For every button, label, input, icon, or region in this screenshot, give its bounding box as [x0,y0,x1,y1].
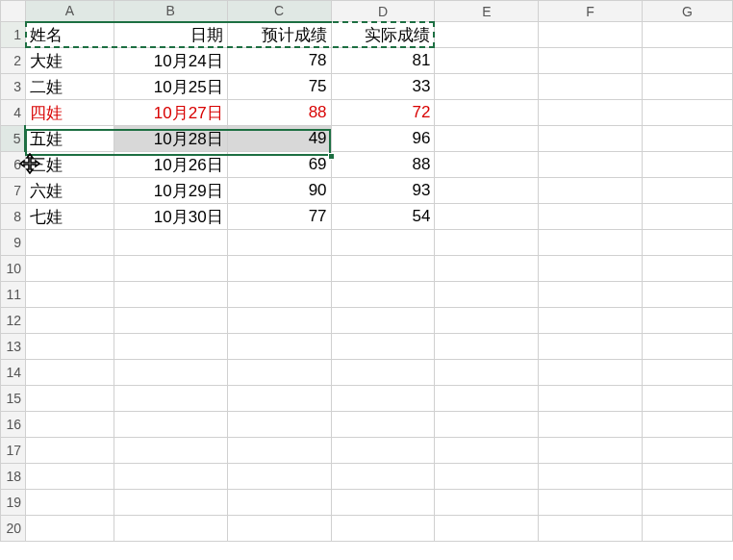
cell-B1[interactable]: 日期 [114,22,227,48]
cell-C2[interactable]: 78 [227,48,331,74]
cell-F14[interactable] [539,360,643,386]
cell-E9[interactable] [435,230,539,256]
cell-E12[interactable] [435,308,539,334]
cell-D9[interactable] [331,230,435,256]
cell-G19[interactable] [643,490,733,516]
cell-F2[interactable] [539,48,643,74]
cell-C15[interactable] [227,386,331,412]
cell-E15[interactable] [435,386,539,412]
cell-F12[interactable] [539,308,643,334]
row-header-16[interactable]: 16 [1,412,26,438]
row-header-12[interactable]: 12 [1,308,26,334]
cell-B17[interactable] [114,438,227,464]
row-header-4[interactable]: 4 [1,100,26,126]
row-header-6[interactable]: 6 [1,152,26,178]
cell-G15[interactable] [643,386,733,412]
cell-G5[interactable] [643,126,733,152]
cell-G18[interactable] [643,464,733,490]
cell-A14[interactable] [25,360,114,386]
cell-G17[interactable] [643,438,733,464]
cell-C19[interactable] [227,490,331,516]
cell-C20[interactable] [227,516,331,542]
cell-C1[interactable]: 预计成绩 [227,22,331,48]
cell-B15[interactable] [114,386,227,412]
cell-E17[interactable] [435,438,539,464]
cell-A18[interactable] [25,464,114,490]
cell-E1[interactable] [435,22,539,48]
cell-C17[interactable] [227,438,331,464]
cell-E20[interactable] [435,516,539,542]
cell-A12[interactable] [25,308,114,334]
cell-B9[interactable] [114,230,227,256]
cell-D6[interactable]: 88 [331,152,435,178]
cell-C10[interactable] [227,256,331,282]
cell-G4[interactable] [643,100,733,126]
cell-C11[interactable] [227,282,331,308]
cell-C3[interactable]: 75 [227,74,331,100]
col-header-E[interactable]: E [435,1,539,22]
cell-A8[interactable]: 七娃 [25,204,114,230]
cell-F17[interactable] [539,438,643,464]
cell-E3[interactable] [435,74,539,100]
row-header-10[interactable]: 10 [1,256,26,282]
cell-F3[interactable] [539,74,643,100]
cell-G8[interactable] [643,204,733,230]
row-header-19[interactable]: 19 [1,490,26,516]
cell-A10[interactable] [25,256,114,282]
row-header-5[interactable]: 5 [1,126,26,152]
cell-D10[interactable] [331,256,435,282]
row-header-7[interactable]: 7 [1,178,26,204]
cell-B13[interactable] [114,334,227,360]
cell-G6[interactable] [643,152,733,178]
cell-D16[interactable] [331,412,435,438]
cell-E5[interactable] [435,126,539,152]
cell-E8[interactable] [435,204,539,230]
cell-A17[interactable] [25,438,114,464]
cell-C18[interactable] [227,464,331,490]
row-header-8[interactable]: 8 [1,204,26,230]
row-header-1[interactable]: 1 [1,22,26,48]
cell-F4[interactable] [539,100,643,126]
cell-D12[interactable] [331,308,435,334]
cell-B14[interactable] [114,360,227,386]
cell-G7[interactable] [643,178,733,204]
col-header-G[interactable]: G [643,1,733,22]
row-header-17[interactable]: 17 [1,438,26,464]
cell-D18[interactable] [331,464,435,490]
cell-B4[interactable]: 10月27日 [114,100,227,126]
cell-G10[interactable] [643,256,733,282]
cell-B10[interactable] [114,256,227,282]
cell-B8[interactable]: 10月30日 [114,204,227,230]
col-header-F[interactable]: F [539,1,643,22]
cell-E4[interactable] [435,100,539,126]
cell-D1[interactable]: 实际成绩 [331,22,435,48]
cell-F20[interactable] [539,516,643,542]
cell-C13[interactable] [227,334,331,360]
cell-D11[interactable] [331,282,435,308]
col-header-C[interactable]: C [227,1,331,22]
cell-E16[interactable] [435,412,539,438]
row-header-14[interactable]: 14 [1,360,26,386]
cell-A19[interactable] [25,490,114,516]
cell-D20[interactable] [331,516,435,542]
cell-C7[interactable]: 90 [227,178,331,204]
cell-C5[interactable]: 49 [227,126,331,152]
cell-A13[interactable] [25,334,114,360]
cell-E7[interactable] [435,178,539,204]
cell-G13[interactable] [643,334,733,360]
cell-B12[interactable] [114,308,227,334]
cell-A7[interactable]: 六娃 [25,178,114,204]
cell-F11[interactable] [539,282,643,308]
cell-A6[interactable]: 三娃 [25,152,114,178]
cell-D5[interactable]: 96 [331,126,435,152]
cell-F7[interactable] [539,178,643,204]
cell-G20[interactable] [643,516,733,542]
cell-B5[interactable]: 10月28日 [114,126,227,152]
cell-D8[interactable]: 54 [331,204,435,230]
cell-A15[interactable] [25,386,114,412]
cell-F18[interactable] [539,464,643,490]
row-header-18[interactable]: 18 [1,464,26,490]
cell-B18[interactable] [114,464,227,490]
cell-D14[interactable] [331,360,435,386]
cell-E2[interactable] [435,48,539,74]
